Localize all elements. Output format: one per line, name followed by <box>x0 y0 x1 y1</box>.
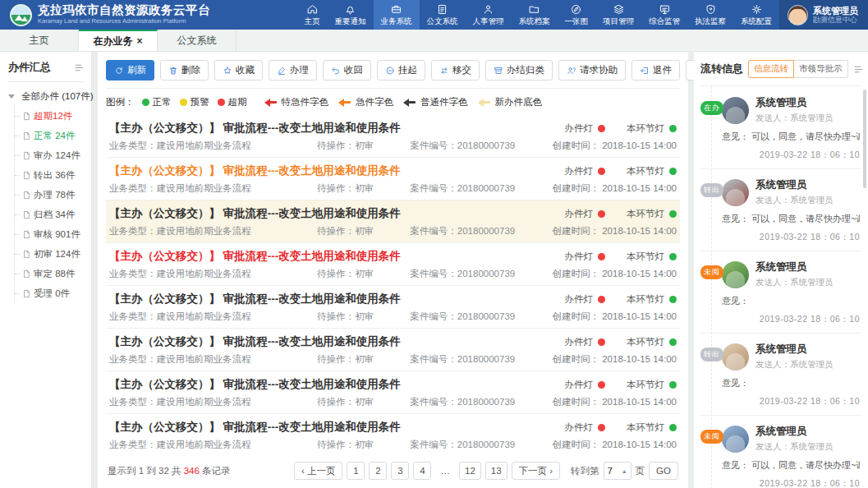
favorite-button[interactable]: 收藏 <box>214 60 263 81</box>
case-number: 案件编号：20180000739 <box>410 439 552 451</box>
case-row[interactable]: 【主办（公文移交）】 审批流程---改变土地用途和使用条件 办件灯 本环节灯 业… <box>106 371 680 414</box>
archive-button[interactable]: 办结归类 <box>485 60 553 81</box>
tab-info-flow[interactable]: 信息流转 <box>748 60 794 78</box>
case-row[interactable]: 【主办（公文移交）】 审批流程---改变土地用途和使用条件 办件灯 本环节灯 业… <box>106 200 680 243</box>
tab-home[interactable]: 主页 <box>0 30 79 51</box>
assist-person-icon <box>567 66 576 76</box>
nav-item-projects[interactable]: 项目管理 <box>595 0 641 30</box>
case-lamp-label: 办件灯 <box>565 251 594 263</box>
flow-item[interactable]: 未阅 系统管理员 发送人：系统管理员 意见： 2019-03-22 18：06：… <box>700 259 861 334</box>
sidebar-item-label: 正常 24件 <box>34 130 76 142</box>
case-business-type: 业务类型：建设用地前期业务流程 <box>109 439 317 451</box>
case-row[interactable]: 【主办（公文移交）】 审批流程---改变土地用途和使用条件 办件灯 本环节灯 业… <box>106 158 680 200</box>
arrow-icon <box>480 101 490 104</box>
case-pending-operation: 待操作：初审 <box>317 268 410 280</box>
close-icon[interactable]: × <box>136 35 142 47</box>
tab-active-business[interactable]: 在办业务× <box>79 30 158 51</box>
sidebar-item[interactable]: 超期12件 <box>15 106 85 126</box>
goto-page-input[interactable]: 7▲ <box>604 462 631 480</box>
nav-item-documents[interactable]: 公文系统 <box>420 0 466 30</box>
record-count: 346 <box>184 466 200 476</box>
status-badge: 转出 <box>700 183 723 197</box>
list-filter-icon[interactable] <box>853 64 864 75</box>
sidebar-item[interactable]: 初审 124件 <box>15 244 85 264</box>
user-department: 勘测信息中心 <box>813 16 858 24</box>
assist-button[interactable]: 请求协助 <box>558 60 626 81</box>
nav-item-onemap[interactable]: 一张图 <box>558 0 596 30</box>
prev-page-button[interactable]: ‹ 上一页 <box>294 462 343 480</box>
legend-arrow-item: 急件字色 <box>340 96 393 108</box>
recall-button[interactable]: 收回 <box>323 60 371 81</box>
delete-button[interactable]: 删除 <box>160 60 209 81</box>
case-row[interactable]: 【主办（公文移交）】 审批流程---改变土地用途和使用条件 办件灯 本环节灯 业… <box>106 286 680 329</box>
nav-item-home[interactable]: 主页 <box>297 0 328 30</box>
sidebar-item[interactable]: 审核 901件 <box>15 224 85 244</box>
avatar <box>722 426 749 453</box>
tab-leader-comments[interactable]: 市领导批示 <box>794 60 848 78</box>
tab-doc-system[interactable]: 公文系统 <box>158 30 237 51</box>
nav-item-notices[interactable]: 重要通知 <box>328 0 374 30</box>
user-menu[interactable]: 系统管理员 勘测信息中心 <box>779 0 868 30</box>
caret-up-icon[interactable]: ▲ <box>622 468 627 474</box>
flow-item[interactable]: 转出 系统管理员 发送人：系统管理员 意见： 可以，同意，请尽快办理~谢谢！ 2… <box>700 177 861 251</box>
nav-item-supervision[interactable]: 综合监管 <box>641 0 687 30</box>
page-button[interactable]: … <box>435 462 455 480</box>
node-lamp-green-icon <box>669 424 677 431</box>
button-label: 退件 <box>653 64 672 76</box>
nav-item-archives[interactable]: 系统档案 <box>512 0 558 30</box>
case-title: 【主办（公文移交）】 审批流程---改变土地用途和使用条件 <box>109 206 401 221</box>
main-panel: 刷新 删除 收藏 办理 收回 挂起 移交 办结归类 请求协助 退件 流程图 图例… <box>98 52 688 488</box>
goto-label: 转到第 <box>571 465 599 477</box>
pagination: 显示到 1 到 32 共 346 条记录 ‹ 上一页 1234…1213 下一页… <box>106 452 680 488</box>
file-icon <box>22 289 31 298</box>
case-row[interactable]: 【主办（公文移交）】 审批流程---改变土地用途和使用条件 办件灯 本环节灯 业… <box>106 115 680 158</box>
flow-item[interactable]: 转出 系统管理员 发送人：系统管理员 意见： 2019-03-22 18：06：… <box>700 341 861 416</box>
tree-root-all-cases[interactable]: 全部办件 (107件) <box>8 90 85 103</box>
transfer-button[interactable]: 移交 <box>431 60 480 81</box>
return-button[interactable]: 退件 <box>631 60 680 81</box>
sidebar-item[interactable]: 归档 34件 <box>15 205 85 224</box>
sidebar-item-label: 审定 88件 <box>34 268 76 280</box>
page-button[interactable]: 4 <box>413 462 431 480</box>
go-button[interactable]: GO <box>649 462 678 480</box>
case-lamp-label: 办件灯 <box>565 336 594 348</box>
legend-arrow-item: 特急件字色 <box>266 96 329 108</box>
avatar <box>722 343 749 371</box>
nav-item-business[interactable]: 业务系统 <box>374 0 420 30</box>
page-button[interactable]: 3 <box>391 462 409 480</box>
person-icon <box>482 3 494 16</box>
status-dot-icon <box>142 99 149 106</box>
page-button[interactable]: 13 <box>485 462 507 480</box>
handle-button[interactable]: 办理 <box>269 60 317 81</box>
sidebar-item[interactable]: 审定 88件 <box>15 264 85 283</box>
case-row[interactable]: 【主办（公文移交）】 审批流程---改变土地用途和使用条件 办件灯 本环节灯 业… <box>106 329 680 371</box>
list-filter-icon[interactable] <box>74 62 85 73</box>
refresh-button[interactable]: 刷新 <box>106 60 154 81</box>
sidebar-item[interactable]: 转出 36件 <box>15 165 85 185</box>
sidebar-item[interactable]: 办理 78件 <box>15 185 85 205</box>
page-button[interactable]: 1 <box>347 462 365 480</box>
next-page-button[interactable]: 下一页 › <box>512 462 561 480</box>
sidebar-item[interactable]: 受理 0件 <box>15 283 85 303</box>
sidebar-item[interactable]: 正常 24件 <box>15 126 85 145</box>
undo-icon <box>331 66 341 76</box>
case-row[interactable]: 【主办（公文移交）】 审批流程---改变土地用途和使用条件 办件灯 本环节灯 业… <box>106 243 680 286</box>
page-button[interactable]: 2 <box>369 462 387 480</box>
page-button[interactable]: 12 <box>459 462 481 480</box>
node-lamp-green-icon <box>669 296 677 303</box>
case-row[interactable]: 【主办（公文移交）】 审批流程---改变土地用途和使用条件 办件灯 本环节灯 业… <box>106 414 680 452</box>
nav-item-settings[interactable]: 系统配置 <box>733 0 779 30</box>
nav-item-enforcement[interactable]: 执法监察 <box>687 0 733 30</box>
legend-status: 正常 <box>142 96 172 108</box>
flow-item[interactable]: 在办 系统管理员 发送人：系统管理员 意见： 可以，同意，请尽快办理~谢谢！ 2… <box>700 94 861 169</box>
legend-status-label: 正常 <box>153 96 172 108</box>
suspend-button[interactable]: 挂起 <box>377 60 425 81</box>
sidebar-item[interactable]: 审办 124件 <box>15 145 85 165</box>
legend-arrow-label: 特急件字色 <box>282 96 329 108</box>
nav-item-hr[interactable]: 人事管理 <box>466 0 512 30</box>
case-title: 【主办（公文移交）】 审批流程---改变土地用途和使用条件 <box>109 420 401 435</box>
scrollbar-thumb[interactable] <box>863 90 866 188</box>
flow-item[interactable]: 未阅 系统管理员 发送人：系统管理员 意见： 可以，同意，请尽快办理~谢谢！ 2… <box>700 423 861 488</box>
legend-arrows: 特急件字色急件字色普通件字色新办件底色 <box>266 96 543 108</box>
button-label: 办结归类 <box>507 64 544 76</box>
